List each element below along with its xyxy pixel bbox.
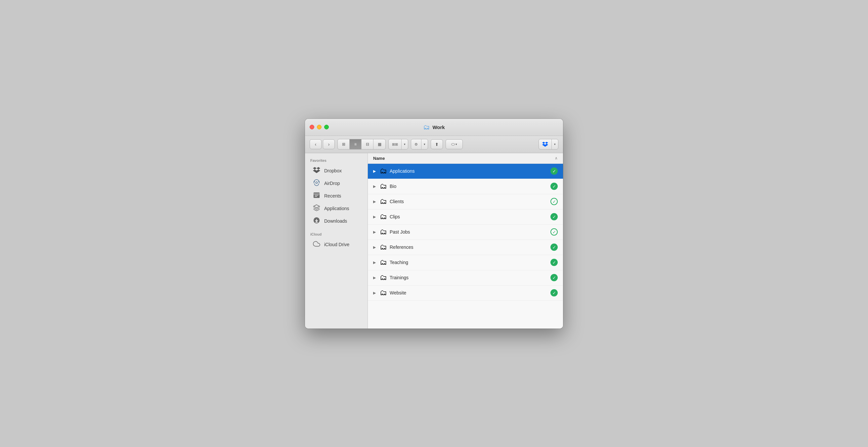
group-by-arrow[interactable]: ▾ [402,139,408,149]
sync-badge-full: ✓ [551,168,558,175]
file-name: Clips [390,214,551,219]
file-name: Past Jobs [390,229,551,235]
sidebar-item-label: iCloud Drive [324,242,349,247]
view-list-button[interactable]: ≡ [350,139,362,149]
file-row[interactable]: ▶ 🗂 Clips ✓ [368,209,563,225]
group-by-main[interactable]: ⊞⊞ [389,139,402,149]
dropbox-arrow[interactable]: ▾ [552,139,558,149]
file-row[interactable]: ▶ 🗂 Past Jobs ✓ [368,225,563,240]
file-row[interactable]: ▶ 🗂 Trainings ✓ [368,270,563,286]
gear-icon: ⚙ [414,142,418,147]
sidebar-item-label: Dropbox [324,168,342,173]
folder-icon: 🗂 [380,167,387,175]
sidebar-item-applications[interactable]: Applications [307,203,366,215]
gallery-icon: ▦ [378,142,381,147]
back-icon: ‹ [315,142,316,147]
sidebar-item-downloads[interactable]: Downloads [307,215,366,227]
list-icon: ≡ [354,142,356,147]
tag-icon: ⬭ [451,142,455,147]
sidebar-item-label: Applications [324,206,349,211]
expand-arrow-icon: ▶ [373,215,380,219]
sync-badge-full: ✓ [551,183,558,190]
sidebar-item-dropbox[interactable]: Dropbox [307,165,366,177]
sync-badge-outline: ✓ [551,198,558,205]
file-name: References [390,244,551,250]
expand-arrow-icon: ▶ [373,230,380,234]
folder-icon: 🗂 [380,273,387,282]
view-gallery-button[interactable]: ▦ [373,139,385,149]
expand-arrow-icon: ▶ [373,184,380,188]
file-name: Teaching [390,260,551,265]
back-button[interactable]: ‹ [310,139,321,149]
view-buttons: ⊞ ≡ ⊟ ▦ [337,139,386,150]
sidebar-item-recents[interactable]: Recents [307,190,366,202]
expand-arrow-icon: ▶ [373,245,380,249]
file-list-header: Name ∧ [368,153,563,164]
dropbox-logo-icon [542,141,548,147]
forward-icon: › [328,142,330,147]
titlebar: 🗂 Work [305,119,563,136]
downloads-icon [312,217,321,226]
action-main[interactable]: ⚙ [411,139,422,149]
dropbox-button[interactable]: ▾ [538,139,558,150]
file-row[interactable]: ▶ 🗂 Applications ✓ [368,164,563,179]
folder-icon: 🗂 [380,243,387,251]
view-columns-button[interactable]: ⊟ [362,139,373,149]
view-icon-button[interactable]: ⊞ [338,139,350,149]
window-title: Work [432,124,444,130]
sync-badge-full: ✓ [551,259,558,266]
main-content: Favorites Dropbox [305,153,563,329]
sidebar-item-label: Downloads [324,218,347,224]
expand-arrow-icon: ▶ [373,276,380,280]
chevron-down-icon: ▾ [404,143,406,146]
sync-badge-full: ✓ [551,213,558,220]
file-name: Trainings [390,275,551,280]
sidebar-item-label: AirDrop [324,181,340,186]
folder-icon: 🗂 [380,258,387,267]
svg-point-0 [316,182,317,184]
title-folder-icon: 🗂 [423,123,430,131]
action-button[interactable]: ⚙ ▾ [411,139,428,150]
sync-badge-full: ✓ [551,274,558,281]
folder-icon: 🗂 [380,182,387,190]
icloud-label: iCloud [305,232,368,238]
nav-buttons: ‹ › [310,139,335,149]
tag-button[interactable]: ⬭ ▾ [445,139,463,149]
file-row[interactable]: ▶ 🗂 Website ✓ [368,286,563,301]
expand-arrow-icon: ▶ [373,169,380,173]
icloud-icon [312,240,321,249]
recents-icon [312,191,321,201]
sync-badge-outline: ✓ [551,228,558,236]
folder-icon: 🗂 [380,289,387,297]
file-row[interactable]: ▶ 🗂 Bio ✓ [368,179,563,194]
minimize-button[interactable] [317,125,321,129]
forward-button[interactable]: › [323,139,335,149]
action-chevron-icon: ▾ [424,143,425,146]
share-button[interactable]: ⬆ [431,139,443,149]
dropbox-main[interactable] [539,139,552,149]
close-button[interactable] [310,125,314,129]
finder-window: 🗂 Work ‹ › ⊞ ≡ ⊟ ▦ [305,119,563,329]
sync-badge-full: ✓ [551,243,558,251]
sidebar-item-icloud-drive[interactable]: iCloud Drive [307,239,366,251]
maximize-button[interactable] [324,125,329,129]
action-arrow[interactable]: ▾ [422,139,428,149]
expand-arrow-icon: ▶ [373,260,380,265]
group-by-button[interactable]: ⊞⊞ ▾ [389,139,408,150]
favorites-label: Favorites [305,158,368,165]
folder-icon: 🗂 [380,212,387,221]
expand-arrow-icon: ▶ [373,291,380,295]
file-name: Website [390,290,551,295]
sidebar-item-airdrop[interactable]: AirDrop [307,177,366,189]
columns-icon: ⊟ [366,142,369,147]
airdrop-icon [312,179,321,188]
file-name: Applications [390,169,551,174]
sidebar-item-label: Recents [324,193,341,199]
file-name: Bio [390,184,551,189]
file-row[interactable]: ▶ 🗂 Teaching ✓ [368,255,563,270]
share-icon: ⬆ [435,142,439,147]
file-row[interactable]: ▶ 🗂 Clients ✓ [368,194,563,209]
file-row[interactable]: ▶ 🗂 References ✓ [368,240,563,255]
sidebar: Favorites Dropbox [305,153,368,329]
sync-badge-full: ✓ [551,289,558,296]
